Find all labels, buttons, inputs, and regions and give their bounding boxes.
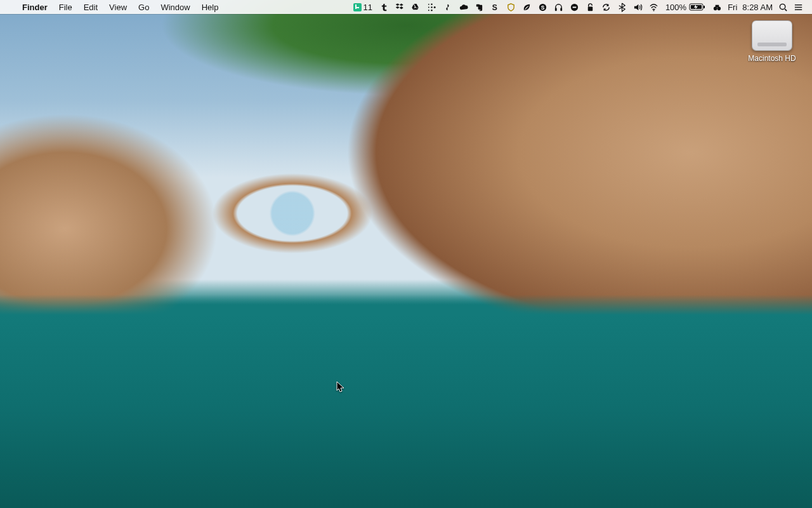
lock-icon[interactable] xyxy=(582,0,598,14)
svg-point-6 xyxy=(434,6,436,8)
menu-edit[interactable]: Edit xyxy=(78,0,103,14)
headphones-icon[interactable] xyxy=(551,0,566,14)
svg-line-23 xyxy=(785,9,787,11)
bluetooth-icon[interactable] xyxy=(614,0,630,14)
shield-icon[interactable] xyxy=(503,0,519,14)
cloud-icon[interactable] xyxy=(455,0,471,14)
svg-point-5 xyxy=(431,9,432,10)
svg-point-29 xyxy=(795,9,796,10)
svg-point-15 xyxy=(653,10,654,11)
menu-bar: Finder File Edit View Go Window Help 11 … xyxy=(0,0,812,14)
spotlight-icon[interactable] xyxy=(775,0,791,14)
desktop-wallpaper[interactable] xyxy=(0,0,812,508)
battery-status[interactable]: 100% xyxy=(662,0,709,14)
menu-file[interactable]: File xyxy=(53,0,78,14)
svg-point-28 xyxy=(795,6,796,8)
sync-icon[interactable] xyxy=(598,0,614,14)
svg-point-0 xyxy=(428,3,429,4)
wifi-icon[interactable] xyxy=(646,0,662,14)
menu-go[interactable]: Go xyxy=(133,0,155,14)
menu-left: Finder File Edit View Go Window Help xyxy=(5,0,224,14)
googledrive-icon[interactable] xyxy=(408,0,424,14)
battery-icon xyxy=(689,3,705,11)
todoist-icon[interactable]: 11 xyxy=(350,0,376,14)
leaf-icon[interactable] xyxy=(519,0,535,14)
clock-day[interactable]: Fri xyxy=(725,0,740,14)
svg-point-4 xyxy=(431,6,432,8)
desktop-icon-macintosh-hd[interactable]: Macintosh HD xyxy=(743,20,801,64)
svg-point-2 xyxy=(428,10,429,11)
binoculars-icon[interactable] xyxy=(709,0,725,14)
volume-icon[interactable] xyxy=(630,0,646,14)
svg-rect-10 xyxy=(555,8,557,11)
dropbox-icon[interactable] xyxy=(392,0,408,14)
todoist-count: 11 xyxy=(363,3,372,12)
svg-point-27 xyxy=(795,4,796,5)
svg-rect-13 xyxy=(573,6,577,8)
svg-rect-21 xyxy=(716,4,719,7)
sublime-icon[interactable]: S xyxy=(487,0,503,14)
harddrive-icon xyxy=(752,20,792,51)
apple-menu[interactable] xyxy=(5,0,16,14)
skype-icon[interactable]: S xyxy=(535,0,551,14)
menu-view[interactable]: View xyxy=(103,0,133,14)
svg-text:S: S xyxy=(492,3,497,12)
clock-time[interactable]: 8:28 AM xyxy=(740,0,775,14)
fitbit-icon[interactable] xyxy=(424,0,440,14)
svg-point-22 xyxy=(780,4,785,9)
todoist-glyph xyxy=(353,3,362,11)
notification-center-icon[interactable] xyxy=(791,0,807,14)
svg-text:S: S xyxy=(541,4,545,11)
svg-rect-11 xyxy=(560,8,562,11)
dash-icon[interactable] xyxy=(566,0,582,14)
tumblr-icon[interactable] xyxy=(376,0,392,14)
evernote-icon[interactable] xyxy=(471,0,487,14)
battery-percent: 100% xyxy=(665,3,686,12)
svg-point-3 xyxy=(431,3,432,4)
svg-rect-14 xyxy=(588,6,593,11)
menu-help[interactable]: Help xyxy=(196,0,225,14)
desktop-icon-label: Macintosh HD xyxy=(745,53,799,64)
svg-rect-18 xyxy=(704,6,705,8)
fan-icon[interactable] xyxy=(440,0,455,14)
app-menu-finder[interactable]: Finder xyxy=(16,0,53,14)
svg-point-1 xyxy=(428,6,429,8)
menu-right: 11 S S 100% Fri 8:28 AM xyxy=(350,0,807,14)
menu-window[interactable]: Window xyxy=(155,0,195,14)
